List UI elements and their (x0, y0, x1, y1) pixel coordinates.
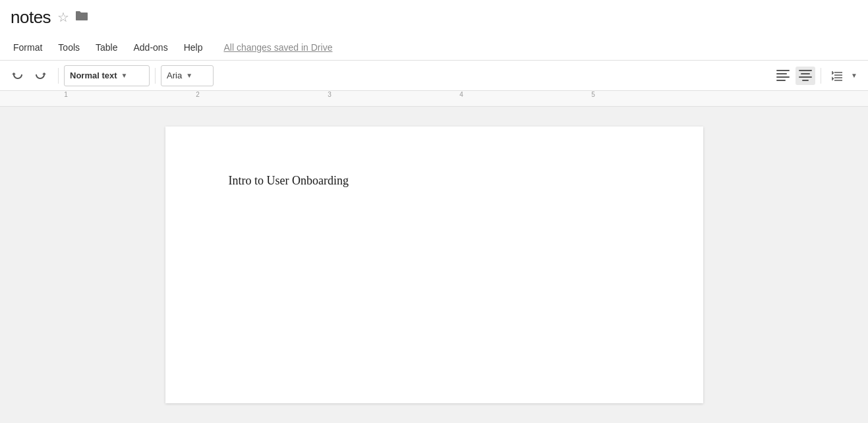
ruler-inner: 1 2 3 4 5 (0, 91, 868, 106)
text-style-arrow: ▼ (121, 72, 128, 79)
menu-addons[interactable]: Add-ons (126, 38, 176, 57)
title-bar: notes ☆ (0, 0, 868, 34)
align-left-icon (776, 70, 790, 81)
menu-tools[interactable]: Tools (50, 38, 88, 57)
toolbar-sep-2 (155, 68, 156, 84)
save-status[interactable]: All changes saved in Drive (223, 42, 332, 53)
text-style-dropdown[interactable]: Normal text ▼ (64, 65, 150, 86)
align-left-button[interactable] (773, 67, 793, 85)
undo-button[interactable] (5, 67, 28, 84)
line-spacing-button[interactable]: ▼ (826, 67, 863, 85)
toolbar-sep-3 (821, 68, 821, 84)
folder-icon[interactable] (74, 10, 89, 25)
redo-button[interactable] (30, 67, 53, 84)
font-dropdown[interactable]: Aria ▼ (161, 65, 214, 86)
line-spacing-arrow: ▼ (851, 72, 857, 79)
toolbar: Normal text ▼ Aria ▼ (0, 61, 868, 91)
font-label: Aria (167, 70, 182, 80)
menu-bar: Format Tools Table Add-ons Help All chan… (0, 34, 868, 61)
text-style-label: Normal text (70, 70, 117, 80)
document-page[interactable]: Intro to User Onboarding (165, 127, 703, 403)
ruler-num-2: 2 (196, 91, 200, 98)
menu-table[interactable]: Table (88, 38, 125, 57)
ruler-num-3: 3 (328, 91, 332, 98)
align-center-button[interactable] (796, 67, 815, 85)
ruler-num-4: 4 (459, 91, 463, 98)
align-center-icon (799, 70, 812, 81)
doc-title[interactable]: notes (11, 7, 51, 28)
menu-help[interactable]: Help (176, 38, 211, 57)
star-icon[interactable]: ☆ (57, 9, 69, 25)
font-arrow: ▼ (186, 72, 192, 79)
ruler-num-5: 5 (591, 91, 595, 98)
menu-format[interactable]: Format (5, 38, 50, 57)
page-area: Intro to User Onboarding (0, 107, 868, 423)
page-content[interactable]: Intro to User Onboarding (229, 174, 640, 188)
ruler-num-1: 1 (64, 91, 68, 98)
document-paragraph[interactable]: Intro to User Onboarding (229, 174, 640, 188)
ruler: 1 2 3 4 5 (0, 91, 868, 107)
toolbar-sep-1 (58, 68, 59, 84)
